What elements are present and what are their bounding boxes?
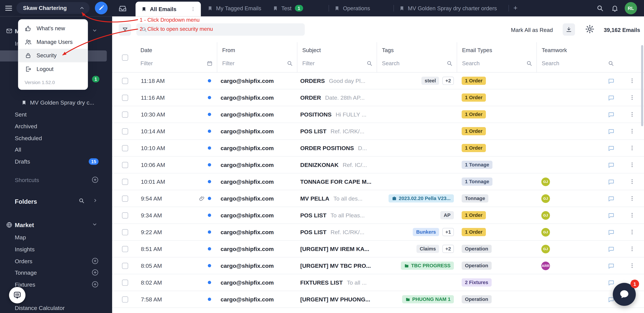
table-row[interactable]: 8:05 AMcargo@shipfix.com[URGENT] MV TBC … (112, 258, 644, 274)
sidebar-item-shortcuts[interactable]: Shortcuts (15, 175, 39, 185)
email-type-pill[interactable]: 1 Order (462, 93, 486, 102)
sidebar-item-scheduled[interactable]: Scheduled (15, 133, 42, 143)
email-type-pill[interactable]: Operation (462, 262, 492, 270)
table-row[interactable]: 8:02 AMcargo@shipfix.comFIXTURES LISTTo … (112, 274, 644, 291)
from-filter-input[interactable]: Filter (222, 60, 234, 67)
tab-test[interactable]: Test 1 (273, 0, 303, 16)
row-checkbox[interactable] (122, 246, 128, 252)
table-row[interactable]: 8:51 AMcargo@shipfix.com[URGENT] MV IREM… (112, 241, 644, 258)
table-row[interactable]: 10:10 AMcargo@shipfix.comORDER POSITIONS… (112, 140, 644, 157)
comment-icon[interactable] (608, 245, 615, 252)
settings-gear-icon[interactable] (585, 24, 596, 35)
email-type-pill[interactable]: Operation (462, 295, 492, 304)
add-shortcut-icon[interactable] (91, 176, 99, 183)
sidebar-item-archived[interactable]: Archived (15, 121, 37, 131)
tag-pill[interactable]: Claims (416, 245, 439, 253)
email-type-pill[interactable]: 1 Order (462, 211, 486, 219)
sidebar-item-all[interactable]: All (15, 145, 21, 155)
comment-icon[interactable] (608, 145, 615, 152)
teamwork-avatar[interactable]: GJ (541, 211, 550, 220)
notifications-bell-icon[interactable] (611, 4, 618, 12)
table-row[interactable]: 9:34 AMcargo@shipfix.comPOS LISTTo all P… (112, 207, 644, 224)
search-input[interactable] (136, 23, 305, 36)
kebab-menu-icon[interactable] (629, 212, 636, 219)
search-icon[interactable] (608, 60, 614, 67)
search-icon[interactable] (287, 60, 293, 67)
add-fixtures-icon[interactable] (91, 280, 99, 288)
email-type-pill[interactable]: 2 Fixtures (462, 278, 492, 287)
table-row[interactable]: 10:01 AMcargo@shipfix.comTONNAGE FOR CAP… (112, 173, 644, 190)
kebab-menu-icon[interactable] (629, 229, 636, 235)
sidebar-section-folders[interactable]: Folders (15, 196, 37, 207)
row-checkbox[interactable] (122, 78, 128, 84)
email-type-pill[interactable]: 1 Order (462, 77, 486, 85)
row-checkbox[interactable] (122, 212, 128, 218)
comment-icon[interactable] (608, 161, 615, 168)
tag-pill[interactable]: 2023.02.20 Pella V23... (388, 194, 454, 203)
chevron-up-icon[interactable] (79, 5, 85, 11)
sidebar-item-badge[interactable]: 1 (92, 74, 99, 84)
tag-pill[interactable]: PHUONG NAM 1 (402, 295, 454, 304)
comment-icon[interactable] (608, 111, 615, 118)
teamwork-avatar[interactable]: GJ (541, 245, 550, 253)
download-button[interactable] (563, 23, 575, 36)
table-row[interactable]: 7:58 AMcargo@shipfix.com[URGENT] MV PHUO… (112, 291, 644, 308)
sidebar-item-insights[interactable]: Insights (15, 244, 35, 254)
comment-icon[interactable] (608, 178, 615, 185)
comment-icon[interactable] (608, 77, 615, 84)
date-filter-input[interactable]: Filter (140, 60, 153, 67)
teamwork-avatar[interactable]: GJ (541, 228, 550, 236)
comment-icon[interactable] (608, 229, 615, 236)
teamwork-avatar[interactable]: GJ (541, 194, 550, 203)
tab-my-tagged-emails[interactable]: My Tagged Emails (208, 0, 261, 16)
email-type-pill[interactable]: 1 Order (462, 127, 486, 135)
row-checkbox[interactable] (122, 128, 128, 134)
email-type-pill[interactable]: 1 Tonnage (462, 161, 492, 169)
search-icon[interactable] (366, 60, 372, 67)
row-checkbox[interactable] (122, 145, 128, 151)
inbox-tray-icon[interactable] (118, 4, 127, 13)
add-orders-icon[interactable] (91, 257, 99, 265)
compose-button[interactable] (95, 2, 108, 14)
sidebar-item-orders[interactable]: Orders (15, 256, 32, 266)
kebab-menu-icon[interactable] (629, 262, 636, 269)
tag-pill[interactable]: steel (421, 77, 439, 85)
kebab-menu-icon[interactable] (629, 77, 636, 84)
comment-icon[interactable] (608, 212, 615, 219)
tab-mv-golden-spray[interactable]: MV Golden Spray dry charter orders (399, 0, 497, 16)
sidebar-item-sent[interactable]: Sent (15, 109, 26, 119)
tab-all-emails[interactable]: All Emails (136, 2, 201, 16)
row-checkbox[interactable] (122, 279, 128, 286)
sidebar-item-map[interactable]: Map (15, 232, 26, 242)
add-tab-button[interactable]: + (514, 0, 518, 16)
kebab-menu-icon[interactable] (629, 161, 636, 168)
table-row[interactable]: 11:16 AMcargo@shipfix.comORDERDate. 28th… (112, 89, 644, 106)
row-checkbox[interactable] (122, 229, 128, 235)
row-checkbox[interactable] (122, 94, 128, 101)
comment-icon[interactable] (608, 262, 615, 269)
select-all-checkbox[interactable] (122, 54, 128, 61)
menu-item-manage-users[interactable]: Manage Users (18, 35, 88, 49)
mark-all-as-read-button[interactable]: Mark All as Read (511, 27, 553, 33)
chevron-right-icon[interactable] (93, 198, 98, 203)
hamburger-menu-icon[interactable] (4, 4, 13, 13)
menu-item-security[interactable]: Security (18, 49, 88, 62)
more-tags-pill[interactable]: +2 (442, 245, 454, 253)
tag-pill[interactable]: AP (440, 211, 454, 219)
tag-pill[interactable]: TBC PROGRESS (401, 262, 454, 270)
help-chat-button[interactable] (9, 287, 26, 304)
add-tonnage-icon[interactable] (91, 269, 99, 276)
teamwork-avatar[interactable]: ARR (541, 261, 550, 270)
tab-options-icon[interactable] (190, 6, 196, 12)
sidebar-item-tonnage[interactable]: Tonnage (15, 268, 37, 278)
table-row[interactable]: 11:18 AMcargo@shipfix.comORDERSGood day … (112, 73, 644, 89)
email-type-pill[interactable]: 1 Order (462, 110, 486, 119)
scrollbar-thumb[interactable] (641, 45, 643, 126)
more-tags-pill[interactable]: +2 (442, 77, 454, 85)
search-icon[interactable] (596, 4, 604, 12)
table-row[interactable]: 9:22 AMcargo@shipfix.comPOS LISTRef. IC/… (112, 224, 644, 241)
chevron-down-icon[interactable] (92, 222, 97, 227)
comment-icon[interactable] (608, 128, 615, 135)
kebab-menu-icon[interactable] (629, 94, 636, 101)
chevron-down-icon[interactable] (92, 28, 97, 33)
